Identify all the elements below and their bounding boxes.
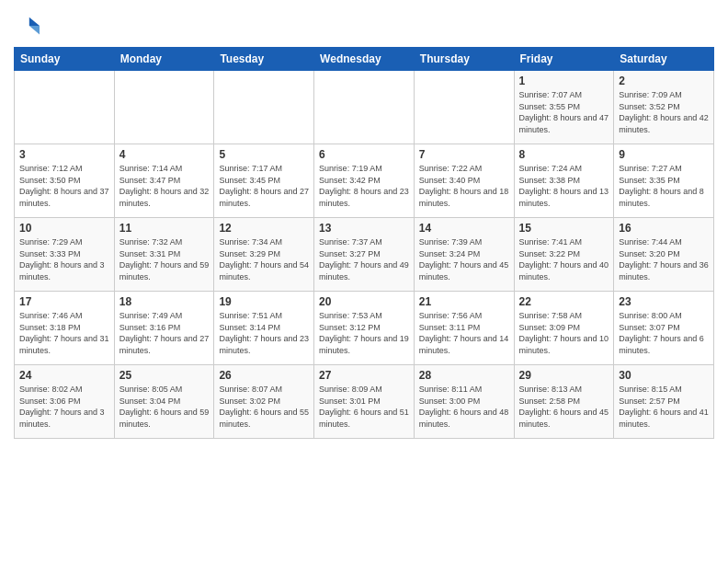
calendar-cell: 17Sunrise: 7:46 AM Sunset: 3:18 PM Dayli… <box>15 292 115 365</box>
week-row-2: 10Sunrise: 7:29 AM Sunset: 3:33 PM Dayli… <box>15 218 714 292</box>
calendar-cell: 22Sunrise: 7:58 AM Sunset: 3:09 PM Dayli… <box>514 292 614 365</box>
calendar: SundayMondayTuesdayWednesdayThursdayFrid… <box>14 47 714 439</box>
day-info: Sunrise: 8:11 AM Sunset: 3:00 PM Dayligh… <box>419 384 509 430</box>
day-info: Sunrise: 7:58 AM Sunset: 3:09 PM Dayligh… <box>519 310 609 356</box>
day-number: 6 <box>319 148 409 161</box>
calendar-cell <box>414 71 514 144</box>
day-number: 24 <box>19 369 109 382</box>
header-wednesday: Wednesday <box>314 48 415 71</box>
day-number: 21 <box>419 295 509 308</box>
calendar-cell: 2Sunrise: 7:09 AM Sunset: 3:52 PM Daylig… <box>614 71 714 144</box>
day-number: 2 <box>619 75 709 87</box>
day-info: Sunrise: 7:46 AM Sunset: 3:18 PM Dayligh… <box>19 310 109 356</box>
day-info: Sunrise: 8:07 AM Sunset: 3:02 PM Dayligh… <box>219 384 309 430</box>
day-info: Sunrise: 8:13 AM Sunset: 2:58 PM Dayligh… <box>519 384 609 430</box>
day-info: Sunrise: 7:37 AM Sunset: 3:27 PM Dayligh… <box>319 236 409 282</box>
calendar-cell: 24Sunrise: 8:02 AM Sunset: 3:06 PM Dayli… <box>15 365 115 439</box>
day-info: Sunrise: 8:00 AM Sunset: 3:07 PM Dayligh… <box>619 310 709 356</box>
calendar-cell: 30Sunrise: 8:15 AM Sunset: 2:57 PM Dayli… <box>614 365 714 439</box>
day-number: 18 <box>119 295 210 308</box>
header-thursday: Thursday <box>414 48 514 71</box>
week-row-1: 3Sunrise: 7:12 AM Sunset: 3:50 PM Daylig… <box>15 144 714 218</box>
page-header <box>14 9 714 40</box>
day-info: Sunrise: 7:19 AM Sunset: 3:42 PM Dayligh… <box>319 163 409 209</box>
day-info: Sunrise: 7:44 AM Sunset: 3:20 PM Dayligh… <box>619 236 709 282</box>
logo-icon <box>14 14 40 40</box>
header-tuesday: Tuesday <box>214 48 314 71</box>
day-number: 8 <box>519 148 609 161</box>
calendar-cell: 9Sunrise: 7:27 AM Sunset: 3:35 PM Daylig… <box>614 144 714 218</box>
day-number: 11 <box>119 222 210 235</box>
day-number: 3 <box>19 148 109 161</box>
calendar-body: 1Sunrise: 7:07 AM Sunset: 3:55 PM Daylig… <box>15 71 714 439</box>
day-info: Sunrise: 7:41 AM Sunset: 3:22 PM Dayligh… <box>519 236 609 282</box>
day-number: 25 <box>119 369 210 382</box>
calendar-cell: 26Sunrise: 8:07 AM Sunset: 3:02 PM Dayli… <box>214 365 314 439</box>
calendar-cell: 14Sunrise: 7:39 AM Sunset: 3:24 PM Dayli… <box>414 218 514 292</box>
day-number: 7 <box>419 148 509 161</box>
day-info: Sunrise: 7:32 AM Sunset: 3:31 PM Dayligh… <box>119 236 210 282</box>
day-number: 20 <box>319 295 409 308</box>
day-info: Sunrise: 7:49 AM Sunset: 3:16 PM Dayligh… <box>119 310 210 356</box>
calendar-cell: 27Sunrise: 8:09 AM Sunset: 3:01 PM Dayli… <box>314 365 415 439</box>
header-saturday: Saturday <box>614 48 714 71</box>
day-number: 4 <box>119 148 210 161</box>
calendar-cell: 13Sunrise: 7:37 AM Sunset: 3:27 PM Dayli… <box>314 218 415 292</box>
day-info: Sunrise: 8:05 AM Sunset: 3:04 PM Dayligh… <box>119 384 210 430</box>
logo <box>14 14 43 40</box>
day-info: Sunrise: 7:27 AM Sunset: 3:35 PM Dayligh… <box>619 163 709 209</box>
calendar-header: SundayMondayTuesdayWednesdayThursdayFrid… <box>15 48 714 71</box>
calendar-cell: 20Sunrise: 7:53 AM Sunset: 3:12 PM Dayli… <box>314 292 415 365</box>
day-number: 22 <box>519 295 609 308</box>
day-info: Sunrise: 8:09 AM Sunset: 3:01 PM Dayligh… <box>319 384 409 430</box>
day-info: Sunrise: 8:15 AM Sunset: 2:57 PM Dayligh… <box>619 384 709 430</box>
calendar-cell: 1Sunrise: 7:07 AM Sunset: 3:55 PM Daylig… <box>514 71 614 144</box>
day-number: 28 <box>419 369 509 382</box>
day-number: 16 <box>619 222 709 235</box>
calendar-cell: 16Sunrise: 7:44 AM Sunset: 3:20 PM Dayli… <box>614 218 714 292</box>
day-number: 15 <box>519 222 609 235</box>
day-info: Sunrise: 7:56 AM Sunset: 3:11 PM Dayligh… <box>419 310 509 356</box>
calendar-cell <box>214 71 314 144</box>
calendar-cell: 8Sunrise: 7:24 AM Sunset: 3:38 PM Daylig… <box>514 144 614 218</box>
calendar-cell: 3Sunrise: 7:12 AM Sunset: 3:50 PM Daylig… <box>15 144 115 218</box>
day-number: 19 <box>219 295 309 308</box>
day-info: Sunrise: 7:22 AM Sunset: 3:40 PM Dayligh… <box>419 163 509 209</box>
calendar-cell: 18Sunrise: 7:49 AM Sunset: 3:16 PM Dayli… <box>114 292 214 365</box>
day-info: Sunrise: 7:53 AM Sunset: 3:12 PM Dayligh… <box>319 310 409 356</box>
day-info: Sunrise: 7:14 AM Sunset: 3:47 PM Dayligh… <box>119 163 210 209</box>
calendar-cell: 25Sunrise: 8:05 AM Sunset: 3:04 PM Dayli… <box>114 365 214 439</box>
header-friday: Friday <box>514 48 614 71</box>
day-number: 29 <box>519 369 609 382</box>
header-sunday: Sunday <box>15 48 115 71</box>
calendar-cell: 21Sunrise: 7:56 AM Sunset: 3:11 PM Dayli… <box>414 292 514 365</box>
day-info: Sunrise: 7:12 AM Sunset: 3:50 PM Dayligh… <box>19 163 109 209</box>
day-number: 5 <box>219 148 309 161</box>
day-number: 9 <box>619 148 709 161</box>
day-info: Sunrise: 8:02 AM Sunset: 3:06 PM Dayligh… <box>19 384 109 430</box>
svg-marker-1 <box>29 26 40 34</box>
calendar-cell: 10Sunrise: 7:29 AM Sunset: 3:33 PM Dayli… <box>15 218 115 292</box>
calendar-cell: 29Sunrise: 8:13 AM Sunset: 2:58 PM Dayli… <box>514 365 614 439</box>
week-row-3: 17Sunrise: 7:46 AM Sunset: 3:18 PM Dayli… <box>15 292 714 365</box>
day-number: 26 <box>219 369 309 382</box>
calendar-cell <box>114 71 214 144</box>
day-info: Sunrise: 7:39 AM Sunset: 3:24 PM Dayligh… <box>419 236 509 282</box>
day-info: Sunrise: 7:29 AM Sunset: 3:33 PM Dayligh… <box>19 236 109 282</box>
header-monday: Monday <box>114 48 214 71</box>
calendar-cell: 5Sunrise: 7:17 AM Sunset: 3:45 PM Daylig… <box>214 144 314 218</box>
calendar-cell: 12Sunrise: 7:34 AM Sunset: 3:29 PM Dayli… <box>214 218 314 292</box>
calendar-cell <box>314 71 415 144</box>
calendar-cell: 11Sunrise: 7:32 AM Sunset: 3:31 PM Dayli… <box>114 218 214 292</box>
day-info: Sunrise: 7:24 AM Sunset: 3:38 PM Dayligh… <box>519 163 609 209</box>
day-number: 23 <box>619 295 709 308</box>
day-number: 13 <box>319 222 409 235</box>
day-number: 17 <box>19 295 109 308</box>
day-number: 14 <box>419 222 509 235</box>
week-row-4: 24Sunrise: 8:02 AM Sunset: 3:06 PM Dayli… <box>15 365 714 439</box>
day-info: Sunrise: 7:09 AM Sunset: 3:52 PM Dayligh… <box>619 89 709 135</box>
calendar-cell: 15Sunrise: 7:41 AM Sunset: 3:22 PM Dayli… <box>514 218 614 292</box>
day-info: Sunrise: 7:34 AM Sunset: 3:29 PM Dayligh… <box>219 236 309 282</box>
day-info: Sunrise: 7:51 AM Sunset: 3:14 PM Dayligh… <box>219 310 309 356</box>
header-row: SundayMondayTuesdayWednesdayThursdayFrid… <box>15 48 714 71</box>
